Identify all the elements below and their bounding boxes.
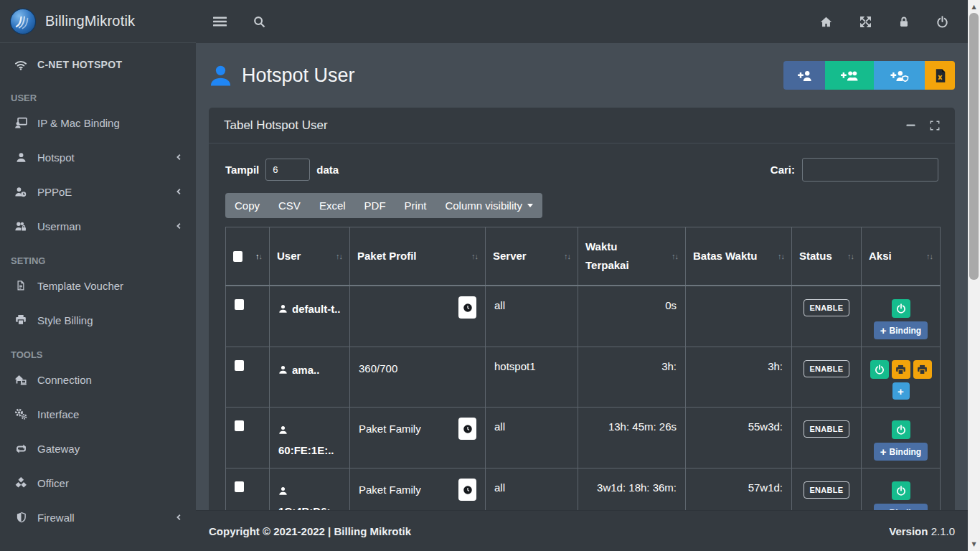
column-header-server[interactable]: Server ↑↓ xyxy=(486,227,578,286)
navbar-left xyxy=(213,16,265,28)
brand-link[interactable]: BillingMikrotik xyxy=(0,0,196,43)
table-header-row: ↑↓ User ↑↓ Paket Profil ↑↓ xyxy=(226,227,941,286)
scroll-up-arrow-icon[interactable]: ▲ xyxy=(968,4,980,10)
excel-button[interactable]: Excel xyxy=(310,193,355,218)
waktu-terpakai-cell: 13h: 45m: 26s xyxy=(578,408,686,468)
add-binding-button[interactable]: + Binding xyxy=(874,504,928,510)
power-toggle-button[interactable] xyxy=(892,481,910,500)
column-header-aksi[interactable]: Aksi ↑↓ xyxy=(862,227,941,286)
table-row: 1C:4B:D6: Paket Family xyxy=(226,468,941,511)
add-binding-button[interactable]: + Binding xyxy=(874,321,928,339)
table-search-input[interactable] xyxy=(802,158,938,182)
sidebar-item-userman[interactable]: Userman xyxy=(0,209,196,243)
binding-label: Binding xyxy=(890,447,922,457)
sidebar-item-template-voucher[interactable]: Template Voucher xyxy=(0,268,196,303)
row-checkbox[interactable] xyxy=(235,481,244,492)
status-badge[interactable]: ENABLE xyxy=(804,420,849,438)
page-length-input[interactable] xyxy=(265,159,310,181)
brand-title: BillingMikrotik xyxy=(45,13,135,29)
column-header-waktu-terpakai[interactable]: Waktu Terpakai ↑↓ xyxy=(578,227,686,286)
column-header-batas-waktu[interactable]: Batas Waktu ↑↓ xyxy=(686,227,792,286)
collapse-minus-icon[interactable] xyxy=(906,121,915,130)
select-all-header[interactable]: ↑↓ xyxy=(226,227,270,286)
column-header-paket-profil[interactable]: Paket Profil ↑↓ xyxy=(350,227,486,286)
status-badge[interactable]: ENABLE xyxy=(804,481,849,499)
scrollbar-thumb[interactable] xyxy=(969,13,979,280)
header-actions xyxy=(783,61,955,90)
mikrotik-logo-icon xyxy=(9,8,37,35)
print-voucher-button[interactable] xyxy=(913,360,932,379)
app-window: BillingMikrotik C-NET HOTSPOT USER xyxy=(0,0,980,551)
sidebar-section-user: USER xyxy=(0,80,196,105)
waktu-terpakai-cell: 3w1d: 18h: 36m: xyxy=(578,468,686,511)
expand-arrows-icon[interactable] xyxy=(859,16,872,28)
select-all-checkbox[interactable] xyxy=(233,251,242,262)
sidebar-item-hotspot-name[interactable]: C-NET HOTSPOT xyxy=(0,49,196,80)
sort-icon: ↑↓ xyxy=(847,247,854,265)
pdf-button[interactable]: PDF xyxy=(355,193,395,218)
lock-icon[interactable] xyxy=(898,16,910,28)
sort-icon: ↑↓ xyxy=(336,247,342,265)
time-limit-button[interactable] xyxy=(458,418,476,440)
paket-name: Paket Family xyxy=(359,420,421,438)
users-lock-icon xyxy=(10,221,32,232)
search-icon[interactable] xyxy=(253,16,265,28)
sidebar-item-hotspot[interactable]: Hotspot xyxy=(0,140,196,174)
sidebar-item-firewall[interactable]: Firewall xyxy=(0,500,196,534)
export-excel-button[interactable] xyxy=(925,61,955,90)
user-icon xyxy=(209,64,232,88)
power-toggle-button[interactable] xyxy=(892,299,910,318)
status-badge[interactable]: ENABLE xyxy=(804,360,849,377)
status-cell: ENABLE xyxy=(792,468,862,511)
maximize-icon[interactable] xyxy=(930,121,940,131)
user-icon xyxy=(278,361,288,380)
add-user-button[interactable] xyxy=(783,61,825,90)
copy-button[interactable]: Copy xyxy=(225,193,269,218)
row-checkbox[interactable] xyxy=(235,299,244,310)
sidebar-item-officer[interactable]: Officer xyxy=(0,466,196,500)
user-icon xyxy=(278,482,288,501)
add-user-binding-button[interactable] xyxy=(874,61,925,90)
batas-waktu-cell: 57w1d: xyxy=(686,468,792,511)
sidebar-item-ip-mac-binding[interactable]: IP & Mac Binding xyxy=(0,105,196,140)
time-limit-button[interactable] xyxy=(458,479,476,501)
sidebar-item-style-billing[interactable]: Style Billing xyxy=(0,303,196,337)
plus-icon: + xyxy=(897,386,904,397)
column-visibility-button[interactable]: Column visibility xyxy=(435,193,542,218)
table-card: Tabel Hotspot User xyxy=(209,108,955,510)
power-icon[interactable] xyxy=(936,16,948,28)
user-clock-icon xyxy=(10,187,32,197)
add-binding-button[interactable]: + Binding xyxy=(874,443,928,461)
power-toggle-button[interactable] xyxy=(892,420,910,439)
time-limit-button[interactable] xyxy=(458,296,476,319)
status-badge[interactable]: ENABLE xyxy=(804,299,849,316)
add-button[interactable]: + xyxy=(892,382,910,400)
column-label: Status xyxy=(799,247,832,265)
column-header-user[interactable]: User ↑↓ xyxy=(270,227,350,286)
column-label: Server xyxy=(493,247,527,265)
sidebar-item-label: Firewall xyxy=(37,512,175,524)
home-icon[interactable] xyxy=(819,16,833,28)
file-excel-icon xyxy=(934,68,946,83)
print-button[interactable]: Print xyxy=(395,193,436,218)
sidebar-item-pppoe[interactable]: PPPoE xyxy=(0,174,196,209)
scroll-down-arrow-icon[interactable]: ▼ xyxy=(968,541,980,547)
sort-icon: ↑↓ xyxy=(778,247,784,265)
menu-bars-icon[interactable] xyxy=(213,16,227,27)
csv-button[interactable]: CSV xyxy=(269,193,310,218)
add-users-button[interactable] xyxy=(825,61,874,90)
plus-icon: + xyxy=(880,325,887,336)
chevron-left-icon xyxy=(175,187,183,196)
sidebar-item-gateway[interactable]: Gateway xyxy=(0,431,196,466)
clock-icon xyxy=(463,485,473,495)
print-voucher-button[interactable] xyxy=(892,360,910,379)
column-header-status[interactable]: Status ↑↓ xyxy=(792,227,862,286)
sidebar-item-interface[interactable]: Interface xyxy=(0,397,196,431)
sidebar-item-label: PPPoE xyxy=(37,186,175,198)
sidebar-item-connection[interactable]: Connection xyxy=(0,362,196,397)
show-suffix-label: data xyxy=(316,164,339,176)
page-header: Hotspot User xyxy=(196,43,968,108)
row-checkbox[interactable] xyxy=(235,360,244,371)
power-toggle-button[interactable] xyxy=(870,360,889,379)
row-checkbox[interactable] xyxy=(235,420,244,431)
